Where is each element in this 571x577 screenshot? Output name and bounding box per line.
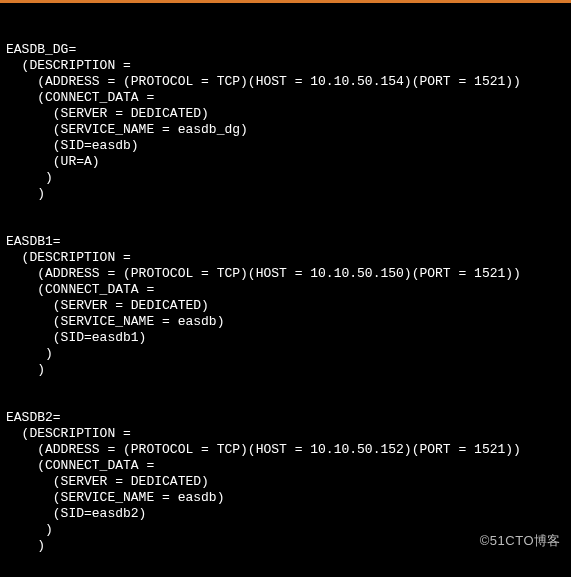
- file-line: (CONNECT_DATA =: [6, 90, 565, 106]
- file-line: (SID=easdb2): [6, 506, 565, 522]
- file-line: [6, 202, 565, 218]
- file-line: (SERVICE_NAME = easdb): [6, 490, 565, 506]
- file-line: (UR=A): [6, 154, 565, 170]
- file-line: [6, 378, 565, 394]
- terminal-output[interactable]: EASDB_DG= (DESCRIPTION = (ADDRESS = (PRO…: [6, 10, 565, 577]
- file-line: EASDB_DG=: [6, 42, 565, 58]
- file-line: (DESCRIPTION =: [6, 426, 565, 442]
- file-line: (SID=easdb): [6, 138, 565, 154]
- file-line: (CONNECT_DATA =: [6, 458, 565, 474]
- file-line: (ADDRESS = (PROTOCOL = TCP)(HOST = 10.10…: [6, 442, 565, 458]
- file-line: (SERVER = DEDICATED): [6, 298, 565, 314]
- file-line: ): [6, 346, 565, 362]
- file-line: (SERVER = DEDICATED): [6, 474, 565, 490]
- file-line: (DESCRIPTION =: [6, 250, 565, 266]
- file-line: ): [6, 170, 565, 186]
- file-line: ): [6, 186, 565, 202]
- file-line: [6, 394, 565, 410]
- file-line: ): [6, 362, 565, 378]
- file-line: (SERVER = DEDICATED): [6, 106, 565, 122]
- window-titlebar-strip: [0, 0, 571, 3]
- file-line: (SID=easdb1): [6, 330, 565, 346]
- file-line: EASDB2=: [6, 410, 565, 426]
- file-line: (SERVICE_NAME = easdb): [6, 314, 565, 330]
- file-line: (SERVICE_NAME = easdb_dg): [6, 122, 565, 138]
- file-line: (ADDRESS = (PROTOCOL = TCP)(HOST = 10.10…: [6, 74, 565, 90]
- watermark-text: ©51CTO博客: [480, 533, 561, 549]
- file-line: [6, 218, 565, 234]
- file-line: (CONNECT_DATA =: [6, 282, 565, 298]
- file-line: EASDB1=: [6, 234, 565, 250]
- file-line: (ADDRESS = (PROTOCOL = TCP)(HOST = 10.10…: [6, 266, 565, 282]
- file-line: (DESCRIPTION =: [6, 58, 565, 74]
